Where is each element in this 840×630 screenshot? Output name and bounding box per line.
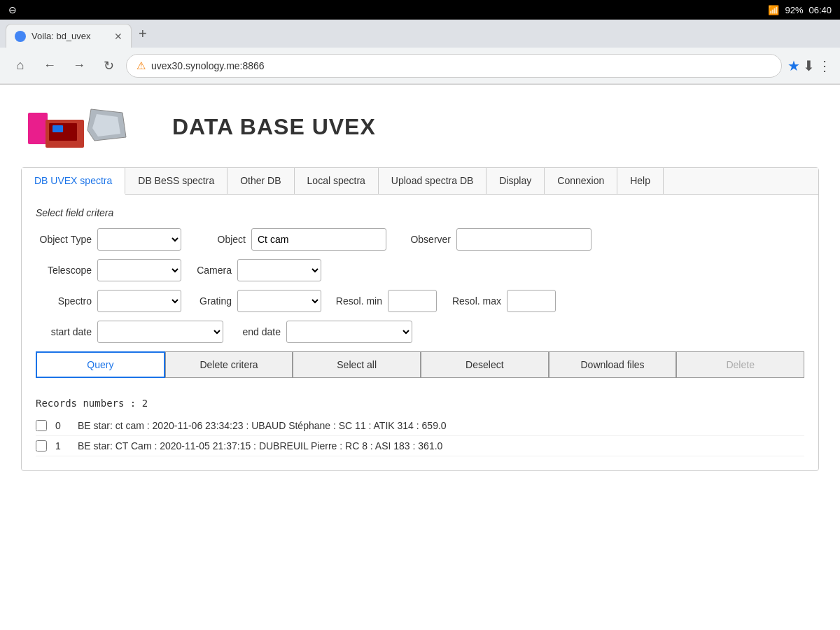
page-title: DATA BASE UVEX xyxy=(172,114,376,140)
start-date-select[interactable] xyxy=(97,321,223,343)
home-button[interactable]: ⌂ xyxy=(8,54,32,78)
start-date-label: start date xyxy=(36,326,92,337)
observer-label: Observer xyxy=(395,234,451,245)
record-1-checkbox[interactable] xyxy=(36,440,47,451)
bookmark-star-icon[interactable]: ★ xyxy=(788,57,800,74)
tab-db-bess-spectra[interactable]: DB BeSS spectra xyxy=(125,168,227,194)
logo-svg xyxy=(21,99,161,155)
tab-other-db[interactable]: Other DB xyxy=(227,168,294,194)
observer-group: Observer xyxy=(395,228,592,251)
delete-critera-button[interactable]: Delete critera xyxy=(165,351,293,378)
telescope-label: Telescope xyxy=(36,265,92,276)
status-bar: ⊖ 📶 92% 06:40 xyxy=(0,0,840,20)
browser-chrome: Voila: bd_uvex ✕ + ⌂ ← → ↻ ⚠ uvex30.syno… xyxy=(0,20,840,85)
svg-rect-0 xyxy=(28,113,48,144)
start-date-group: start date xyxy=(36,321,223,343)
object-input[interactable] xyxy=(251,228,386,251)
grating-label: Grating xyxy=(190,295,232,307)
grating-group: Grating xyxy=(190,290,321,312)
record-0-checkbox[interactable] xyxy=(36,420,47,431)
object-type-group: Object Type xyxy=(36,228,181,251)
grating-select[interactable] xyxy=(237,290,321,312)
deselect-button[interactable]: Deselect xyxy=(421,351,549,378)
record-1-index: 1 xyxy=(55,440,69,451)
tab-upload-spectra-db[interactable]: Upload spectra DB xyxy=(379,168,487,194)
camera-label: Camera xyxy=(190,265,232,276)
resol-max-input[interactable] xyxy=(507,290,556,312)
form-area: Select field critera Object Type Object … xyxy=(22,195,818,391)
record-row: 0 BE star: ct cam : 2020-11-06 23:34:23 … xyxy=(36,416,804,436)
form-row-1: Object Type Object Observer xyxy=(36,228,804,251)
address-text: uvex30.synology.me:8866 xyxy=(151,60,265,71)
tab-close-button[interactable]: ✕ xyxy=(114,31,122,42)
resol-min-label: Resol. min xyxy=(330,295,382,307)
nav-bar: ⌂ ← → ↻ ⚠ uvex30.synology.me:8866 ★ ⬇ ⋮ xyxy=(0,48,840,84)
download-files-button[interactable]: Download files xyxy=(549,351,677,378)
security-warning-icon: ⚠ xyxy=(136,59,146,72)
camera-group: Camera xyxy=(190,259,321,281)
form-row-4: start date end date xyxy=(36,321,804,343)
record-0-text: BE star: ct cam : 2020-11-06 23:34:23 : … xyxy=(78,420,804,431)
new-tab-button[interactable]: + xyxy=(133,23,153,45)
telescope-group: Telescope xyxy=(36,259,181,281)
tab-connexion[interactable]: Connexion xyxy=(545,168,617,194)
spectro-group: Spectro xyxy=(36,290,181,312)
wifi-icon: 📶 xyxy=(768,5,779,15)
form-section-title: Select field critera xyxy=(36,207,804,218)
browser-tab[interactable]: Voila: bd_uvex ✕ xyxy=(6,24,132,48)
camera-select[interactable] xyxy=(237,259,321,281)
tab-bar: Voila: bd_uvex ✕ + xyxy=(0,20,840,48)
record-1-text: BE star: CT Cam : 2020-11-05 21:37:15 : … xyxy=(78,440,804,451)
action-buttons-row: Query Delete critera Select all Deselect… xyxy=(36,351,804,378)
end-date-label: end date xyxy=(232,326,281,337)
svg-marker-5 xyxy=(92,114,120,136)
spectro-label: Spectro xyxy=(36,295,92,307)
main-card: DB UVEX spectra DB BeSS spectra Other DB… xyxy=(21,167,819,471)
form-row-2: Telescope Camera xyxy=(36,259,804,281)
tab-help[interactable]: Help xyxy=(617,168,664,194)
svg-rect-3 xyxy=(52,125,63,132)
page-content: DATA BASE UVEX DB UVEX spectra DB BeSS s… xyxy=(0,85,840,485)
delete-button[interactable]: Delete xyxy=(676,351,804,378)
object-label: Object xyxy=(190,234,246,245)
download-icon[interactable]: ⬇ xyxy=(803,57,815,74)
browser-menu-icon[interactable]: ⋮ xyxy=(818,57,832,74)
object-type-select[interactable] xyxy=(97,228,181,251)
record-0-index: 0 xyxy=(55,420,69,431)
select-all-button[interactable]: Select all xyxy=(293,351,421,378)
observer-input[interactable] xyxy=(456,228,592,251)
forward-button[interactable]: → xyxy=(67,54,91,78)
back-button[interactable]: ← xyxy=(38,54,62,78)
page-header: DATA BASE UVEX xyxy=(21,99,819,155)
tab-db-uvex-spectra[interactable]: DB UVEX spectra xyxy=(22,168,125,195)
object-type-label: Object Type xyxy=(36,234,92,245)
resol-min-group: Resol. min xyxy=(330,290,437,312)
status-left-icon: ⊖ xyxy=(8,4,17,15)
resol-max-group: Resol. max xyxy=(445,290,556,312)
form-row-3: Spectro Grating Resol. min Resol. m xyxy=(36,290,804,312)
records-count: Records numbers : 2 xyxy=(36,398,804,409)
browser-tab-title: Voila: bd_uvex xyxy=(31,31,91,41)
record-row: 1 BE star: CT Cam : 2020-11-05 21:37:15 … xyxy=(36,436,804,456)
results-area: Records numbers : 2 0 BE star: ct cam : … xyxy=(22,391,818,470)
tab-local-spectra[interactable]: Local spectra xyxy=(295,168,379,194)
resol-min-input[interactable] xyxy=(388,290,437,312)
tab-display[interactable]: Display xyxy=(486,168,545,194)
resol-max-label: Resol. max xyxy=(445,295,501,307)
address-bar[interactable]: ⚠ uvex30.synology.me:8866 xyxy=(126,54,782,78)
end-date-select[interactable] xyxy=(286,321,412,343)
reload-button[interactable]: ↻ xyxy=(97,54,120,78)
object-group: Object xyxy=(190,228,386,251)
query-button[interactable]: Query xyxy=(36,351,165,378)
end-date-group: end date xyxy=(232,321,412,343)
tab-favicon-icon xyxy=(15,31,26,42)
battery-level: 92% xyxy=(785,5,803,15)
logo xyxy=(21,99,161,155)
clock: 06:40 xyxy=(808,5,832,15)
nav-right-icons: ★ ⬇ ⋮ xyxy=(788,57,832,74)
telescope-select[interactable] xyxy=(97,259,181,281)
spectro-select[interactable] xyxy=(97,290,181,312)
tab-nav: DB UVEX spectra DB BeSS spectra Other DB… xyxy=(22,168,818,195)
